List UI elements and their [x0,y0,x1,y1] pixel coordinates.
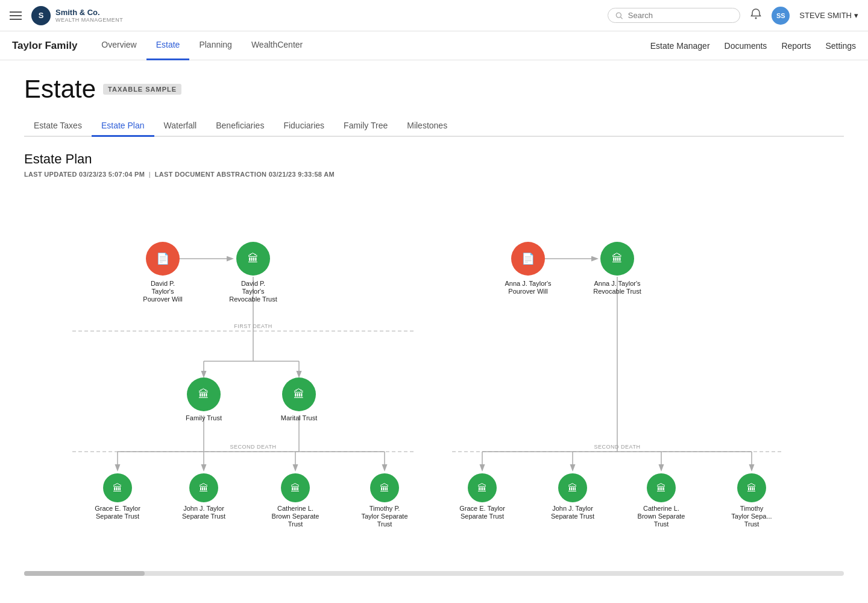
node-anna-will[interactable]: 📄 Anna J. Taylor's Pourover Will [505,242,552,295]
svg-text:John J. Taylor: John J. Taylor [183,505,224,512]
svg-text:🏛: 🏛 [612,252,623,265]
svg-text:🏛: 🏛 [380,483,389,493]
diagram-container: FIRST DEATH SECOND DEATH [24,192,844,588]
svg-text:🏛: 🏛 [199,483,209,493]
node-david-trust[interactable]: 🏛 David P. Taylor's Revocable Trust [229,242,277,303]
svg-text:Trust: Trust [744,520,760,528]
logo-icon: S [31,6,51,25]
svg-text:Revocable Trust: Revocable Trust [593,288,641,295]
sub-tab-beneficiaries[interactable]: Beneficiaries [206,116,274,137]
svg-text:Anna J. Taylor's: Anna J. Taylor's [594,280,641,287]
sub-tabs: Estate Taxes Estate Plan Waterfall Benef… [24,116,844,137]
node-timothy-sep-right[interactable]: 🏛 Timothy Taylor Sepa... Trust [731,473,772,528]
svg-text:Trust: Trust [377,520,392,528]
taxable-badge: TAXABLE SAMPLE [103,84,181,95]
svg-text:Separate Trust: Separate Trust [96,513,139,520]
node-family-trust[interactable]: 🏛 Family Trust [186,377,222,421]
nav-settings[interactable]: Settings [825,41,856,51]
search-icon [615,11,623,20]
scroll-thumb[interactable] [24,571,145,576]
svg-text:🏛: 🏛 [747,483,756,493]
page-title-row: Estate TAXABLE SAMPLE [24,75,844,104]
section-title: Estate Plan [24,151,844,167]
logo-sub: Wealth Management [55,17,123,23]
nav-documents[interactable]: Documents [725,41,767,51]
search-input[interactable] [628,11,732,20]
svg-line-1 [621,17,623,19]
svg-text:Taylor Separate: Taylor Separate [361,513,407,520]
svg-text:Catherine L.: Catherine L. [643,505,679,512]
svg-text:Trust: Trust [654,520,669,528]
svg-text:Brown Separate: Brown Separate [638,513,685,520]
svg-text:Taylor's: Taylor's [152,288,174,295]
svg-text:Pourover Will: Pourover Will [508,288,547,295]
nav-tabs: Overview Estate Planning WealthCenter [92,31,650,60]
search-area [608,8,740,23]
svg-text:David P.: David P. [151,280,175,287]
sub-tab-milestones[interactable]: Milestones [397,116,457,137]
node-catherine-sep-right[interactable]: 🏛 Catherine L. Brown Separate Trust [638,473,685,528]
svg-text:Family Trust: Family Trust [186,414,222,421]
sub-tab-estate-plan[interactable]: Estate Plan [92,116,154,137]
svg-text:🏛: 🏛 [198,388,209,400]
right-nav: Estate Manager Documents Reports Setting… [650,41,856,51]
tab-overview[interactable]: Overview [92,31,146,60]
user-avatar: SS [772,7,790,25]
svg-text:📄: 📄 [521,252,535,265]
svg-text:Marital Trust: Marital Trust [281,414,318,421]
nav-reports[interactable]: Reports [781,41,811,51]
svg-text:🏛: 🏛 [248,252,259,265]
svg-text:SECOND DEATH: SECOND DEATH [230,444,277,450]
svg-text:🏛: 🏛 [113,483,122,493]
svg-text:FIRST DEATH: FIRST DEATH [234,323,272,329]
tab-estate[interactable]: Estate [146,31,190,60]
nav-estate-manager[interactable]: Estate Manager [650,41,710,51]
user-name[interactable]: STEVE SMITH ▾ [799,11,858,20]
tab-planning[interactable]: Planning [189,31,242,60]
sub-tab-waterfall[interactable]: Waterfall [154,116,207,137]
node-john-sep-left[interactable]: 🏛 John J. Taylor Separate Trust [182,473,225,520]
hamburger-menu[interactable] [10,11,22,20]
logo-area: S Smith & Co. Wealth Management [31,6,123,25]
scroll-bar[interactable] [24,571,844,576]
svg-text:David P.: David P. [241,280,265,287]
svg-text:Taylor's: Taylor's [242,288,265,295]
svg-text:📄: 📄 [156,252,170,265]
node-grace-sep-left[interactable]: 🏛 Grace E. Taylor Separate Trust [95,473,140,520]
node-marital-trust[interactable]: 🏛 Marital Trust [281,377,318,421]
svg-text:Revocable Trust: Revocable Trust [229,295,277,303]
svg-text:Timothy P.: Timothy P. [370,505,400,512]
search-box[interactable] [608,8,740,23]
family-name: Taylor Family [12,40,77,52]
svg-text:Pourover Will: Pourover Will [143,295,182,303]
svg-text:Grace E. Taylor: Grace E. Taylor [95,505,140,512]
sub-tab-fiduciaries[interactable]: Fiduciaries [274,116,334,137]
svg-point-0 [617,13,621,17]
sub-tab-family-tree[interactable]: Family Tree [334,116,397,137]
notification-bell[interactable] [750,8,762,23]
page-content: Estate TAXABLE SAMPLE Estate Taxes Estat… [0,60,868,602]
sub-tab-estate-taxes[interactable]: Estate Taxes [24,116,92,137]
estate-plan-diagram: FIRST DEATH SECOND DEATH [24,192,844,566]
svg-text:🏛: 🏛 [568,483,577,493]
tab-wealthcenter[interactable]: WealthCenter [242,31,312,60]
node-anna-trust[interactable]: 🏛 Anna J. Taylor's Revocable Trust [593,242,641,295]
svg-point-2 [755,17,757,19]
svg-text:🏛: 🏛 [291,483,300,493]
svg-text:🏛: 🏛 [656,483,666,493]
svg-text:Separate Trust: Separate Trust [461,513,504,520]
second-bar: Taylor Family Overview Estate Planning W… [0,31,868,60]
page-title: Estate [24,75,96,104]
node-grace-sep-right[interactable]: 🏛 Grace E. Taylor Separate Trust [459,473,505,520]
svg-text:🏛: 🏛 [294,388,304,400]
node-john-sep-right[interactable]: 🏛 John J. Taylor Separate Trust [551,473,594,520]
node-david-will[interactable]: 📄 David P. Taylor's Pourover Will [143,242,182,303]
node-timothy-sep-left[interactable]: 🏛 Timothy P. Taylor Separate Trust [361,473,407,528]
svg-text:Trust: Trust [288,520,303,528]
svg-text:Separate Trust: Separate Trust [551,513,594,520]
last-updated: LAST UPDATED 03/23/23 5:07:04 PM | LAST … [24,171,844,178]
node-catherine-sep-left[interactable]: 🏛 Catherine L. Brown Separate Trust [272,473,319,528]
logo-name: Smith & Co. [55,8,123,17]
svg-text:Brown Separate: Brown Separate [272,513,319,520]
svg-text:Catherine L.: Catherine L. [277,505,313,512]
